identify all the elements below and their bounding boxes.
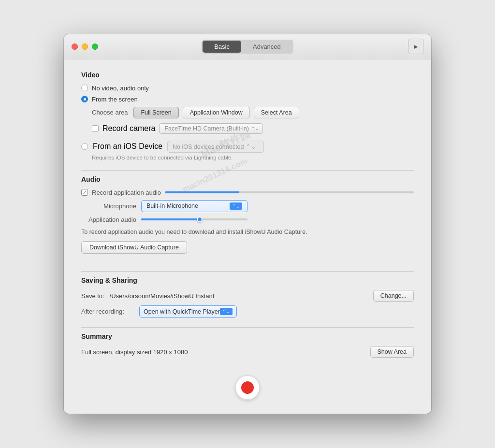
close-button[interactable]	[72, 43, 78, 50]
after-recording-label: After recording:	[81, 308, 134, 315]
saving-section: Saving & Sharing Save to: /Users/orsoon/…	[81, 276, 414, 318]
record-camera-row: Record camera FaceTime HD Camera (Built-…	[92, 123, 414, 134]
from-screen-radio[interactable]	[81, 96, 88, 102]
maximize-button[interactable]	[92, 43, 98, 50]
saving-title: Saving & Sharing	[81, 276, 414, 284]
tab-advanced[interactable]: Advanced	[241, 41, 292, 53]
audio-info-text: To record application audio you need to …	[81, 228, 414, 237]
divider-1	[81, 170, 414, 171]
video-section: Video No video, audio only From the scre…	[81, 71, 414, 160]
audio-section: Audio Record application audio Microphon…	[81, 175, 414, 262]
ios-dropdown[interactable]: No iOS devices connected ⌃⌄	[167, 141, 264, 153]
record-camera-checkbox[interactable]	[92, 125, 99, 132]
content-wrapper: Mac软件园 macin201314.com Video No video, a…	[64, 59, 431, 414]
ios-hint: Requires iOS device to be connected via …	[92, 155, 414, 160]
select-area-button[interactable]: Select Area	[254, 107, 299, 118]
record-app-audio-checkbox[interactable]	[81, 189, 88, 196]
save-info: Save to: /Users/orsoon/Movies/iShowU Ins…	[81, 292, 214, 300]
camera-dropdown-wrapper: FaceTime HD Camera (Built-in)	[159, 123, 263, 134]
record-small-button[interactable]	[408, 39, 423, 54]
full-screen-button[interactable]: Full Screen	[133, 107, 178, 118]
content-area: Video No video, audio only From the scre…	[64, 59, 431, 414]
summary-title: Summary	[81, 332, 414, 340]
app-audio-slider[interactable]	[165, 191, 414, 193]
minimize-button[interactable]	[82, 43, 88, 50]
microphone-label: Microphone	[83, 202, 136, 210]
ios-placeholder: No iOS devices connected	[173, 144, 244, 150]
summary-row: Full screen, display sized 1920 x 1080 S…	[81, 346, 414, 358]
ios-arrow: ⌃⌄	[246, 144, 256, 150]
microphone-selected: Built-in Microphone	[146, 202, 198, 209]
titlebar: Basic Advanced	[64, 34, 431, 59]
video-title: Video	[81, 71, 414, 79]
record-app-audio-row: Record application audio	[81, 189, 414, 196]
ios-label: From an iOS Device	[93, 142, 162, 151]
no-video-label: No video, audio only	[92, 85, 149, 92]
no-video-radio[interactable]	[81, 85, 88, 91]
record-app-audio-label: Record application audio	[92, 189, 161, 196]
no-video-option[interactable]: No video, audio only	[81, 85, 414, 92]
microphone-dropdown[interactable]: Built-in Microphone ⌃⌄	[141, 200, 248, 212]
application-window-button[interactable]: Application Window	[183, 107, 250, 118]
microphone-row: Microphone Built-in Microphone ⌃⌄	[83, 200, 414, 212]
download-button[interactable]: Download iShowU Audio Capture	[81, 241, 187, 254]
choose-area-row: Choose area Full Screen Application Wind…	[92, 107, 414, 118]
ios-radio[interactable]	[81, 143, 88, 150]
after-recording-dropdown[interactable]: Open with QuickTime Player ⌃⌄	[139, 305, 237, 318]
traffic-lights	[72, 43, 98, 50]
after-selected: Open with QuickTime Player	[144, 308, 220, 315]
save-path: /Users/orsoon/Movies/iShowU Instant	[110, 292, 215, 300]
record-camera-label: Record camera	[102, 124, 155, 133]
volume-fill	[141, 218, 200, 220]
record-button[interactable]	[235, 375, 260, 400]
record-area	[81, 367, 414, 404]
application-audio-label: Application audio	[83, 216, 136, 223]
from-screen-label: From the screen	[92, 96, 138, 103]
volume-slider[interactable]	[141, 218, 248, 220]
after-recording-row: After recording: Open with QuickTime Pla…	[81, 305, 414, 318]
choose-area-label: Choose area	[92, 109, 128, 116]
from-screen-option[interactable]: From the screen	[81, 96, 414, 103]
after-dropdown-arrow: ⌃⌄	[220, 308, 233, 315]
volume-thumb[interactable]	[197, 217, 203, 222]
microphone-arrow: ⌃⌄	[230, 202, 242, 210]
divider-2	[81, 271, 414, 272]
tab-basic[interactable]: Basic	[203, 41, 241, 53]
ios-device-row: From an iOS Device No iOS devices connec…	[81, 141, 414, 153]
tab-group: Basic Advanced	[202, 40, 293, 54]
save-to-row: Save to: /Users/orsoon/Movies/iShowU Ins…	[81, 290, 414, 302]
record-dot	[241, 381, 254, 394]
volume-row: Application audio	[83, 216, 414, 223]
summary-text: Full screen, display sized 1920 x 1080	[81, 348, 188, 356]
show-area-button[interactable]: Show Area	[370, 346, 414, 358]
camera-select[interactable]: FaceTime HD Camera (Built-in)	[159, 123, 263, 134]
save-to-label: Save to:	[81, 292, 104, 300]
audio-title: Audio	[81, 175, 414, 183]
summary-section: Summary Full screen, display sized 1920 …	[81, 332, 414, 358]
change-button[interactable]: Change...	[373, 290, 414, 302]
main-window: Basic Advanced Mac软件园 macin201314.com Vi…	[64, 34, 431, 414]
divider-3	[81, 327, 414, 328]
